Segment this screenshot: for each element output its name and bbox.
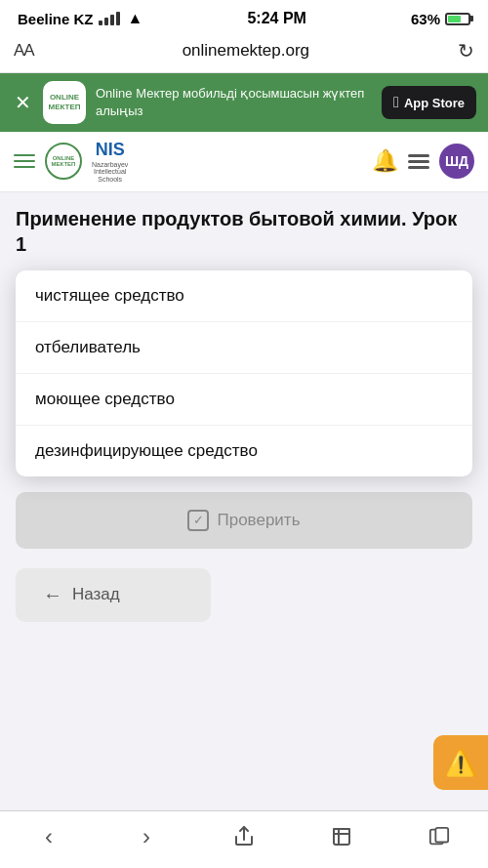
status-bar: Beeline KZ ▲ 5:24 PM 63%	[0, 0, 488, 33]
carrier-label: Beeline KZ	[18, 11, 94, 27]
banner-logo: ONLINE МЕКТЕП	[43, 81, 86, 124]
dropdown-item-1[interactable]: чистящее средство	[16, 270, 472, 322]
lesson-title: Применение продуктов бытовой химии. Урок…	[16, 206, 472, 257]
bottom-nav-bar: ‹ ›	[0, 810, 488, 868]
online-mektep-logo: ONLINEМЕКТЕП	[45, 143, 82, 180]
status-time: 5:24 PM	[247, 10, 305, 27]
browser-bar: AA onlinemektep.org ↻	[0, 33, 488, 73]
nav-bookmarks-button[interactable]	[317, 821, 366, 852]
dropdown-card[interactable]: чистящее средство отбеливатель моющее ср…	[16, 270, 472, 476]
back-arrow-icon: ←	[43, 584, 62, 606]
nav-forward-button[interactable]: ›	[122, 821, 171, 852]
wifi-icon: ▲	[128, 10, 143, 27]
nav-back-button[interactable]: ‹	[24, 821, 73, 852]
app-store-banner: ✕ ONLINE МЕКТЕП Online Мектер мобильді қ…	[0, 73, 488, 132]
check-icon: ✓	[187, 510, 209, 531]
signal-icon	[99, 12, 120, 25]
banner-logo-text: ONLINE МЕКТЕП	[43, 93, 86, 111]
hamburger-menu-button[interactable]	[14, 154, 35, 168]
dropdown-item-2[interactable]: отбеливатель	[16, 322, 472, 374]
dropdown-item-4[interactable]: дезинфицирующее средство	[16, 426, 472, 476]
list-view-button[interactable]	[408, 154, 429, 169]
battery-icon	[445, 13, 470, 25]
back-button[interactable]: ← Назад	[16, 568, 211, 622]
status-left: Beeline KZ ▲	[18, 10, 142, 27]
app-store-label: App Store	[404, 96, 465, 110]
nav-share-button[interactable]	[220, 821, 268, 852]
app-store-button[interactable]:  App Store	[382, 86, 476, 119]
banner-description-text: Online Мектер мобильді қосымшасын жүктеп…	[96, 85, 372, 120]
main-content: Применение продуктов бытовой химии. Урок…	[0, 192, 488, 720]
check-button[interactable]: ✓ Проверить	[16, 492, 472, 549]
banner-description: Online Мектер мобильді қосымшасын жүктеп…	[96, 85, 372, 120]
check-button-label: Проверить	[217, 511, 300, 530]
warning-fab-button[interactable]: ⚠️	[433, 735, 488, 790]
status-right: 63%	[411, 11, 470, 27]
banner-close-button[interactable]: ✕	[12, 93, 33, 112]
svg-rect-4	[435, 828, 448, 843]
nav-tabs-button[interactable]	[415, 821, 464, 852]
reload-button[interactable]: ↻	[458, 39, 474, 62]
url-bar[interactable]: onlinemektep.org	[44, 41, 448, 61]
site-nav: ONLINEМЕКТЕП NIS NazarbayevIntellectualS…	[0, 132, 488, 192]
nis-logo: NIS NazarbayevIntellectualSchools	[92, 140, 128, 184]
battery-percent: 63%	[411, 11, 440, 27]
dropdown-item-3[interactable]: моющее средство	[16, 374, 472, 426]
user-avatar[interactable]: ШД	[439, 144, 474, 179]
back-button-label: Назад	[72, 585, 120, 604]
notification-bell-icon[interactable]: 🔔	[372, 148, 398, 174]
apple-icon: 	[393, 94, 399, 111]
font-size-control[interactable]: AA	[14, 41, 34, 61]
